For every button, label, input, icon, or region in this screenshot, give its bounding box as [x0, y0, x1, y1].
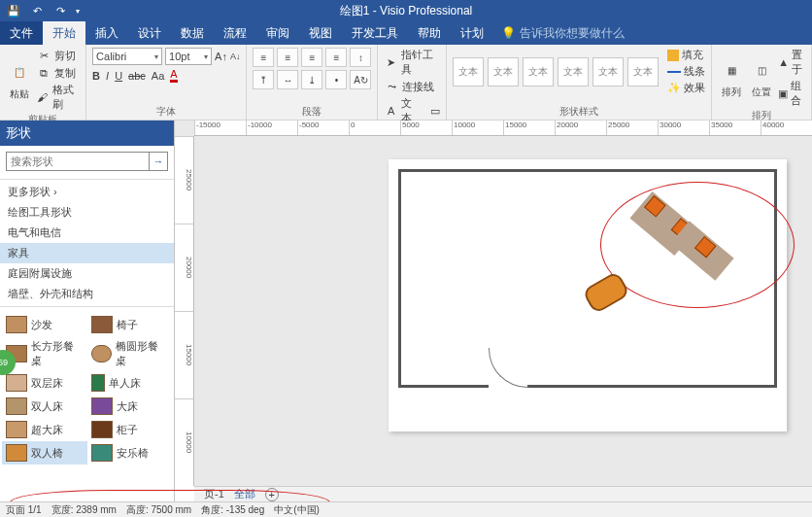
shape-king-bed[interactable]: 大床 — [87, 395, 173, 418]
double-bed-icon — [6, 397, 27, 415]
tab-plan[interactable]: 计划 — [451, 21, 493, 45]
save-icon[interactable]: 💾 — [6, 3, 21, 18]
bring-front-button[interactable]: ▲置于 — [778, 48, 805, 77]
shape-armchair[interactable]: 安乐椅 — [87, 441, 173, 465]
tab-design[interactable]: 设计 — [128, 21, 171, 45]
case-button[interactable]: Aa — [152, 70, 164, 82]
line-button[interactable]: 线条 — [667, 64, 705, 79]
tell-me-search[interactable]: 💡 告诉我你想要做什么 — [501, 21, 625, 45]
cabinet-icon — [91, 421, 113, 438]
cut-button[interactable]: ✂剪切 — [36, 48, 80, 63]
paste-button[interactable]: 📋 粘贴 — [6, 58, 33, 101]
shape-loveseat[interactable]: 双人椅 — [2, 441, 87, 465]
shape-double-bed[interactable]: 双人床 — [2, 395, 87, 418]
status-language[interactable]: 中文(中国) — [274, 503, 320, 517]
shape-cabinet[interactable]: 柜子 — [87, 418, 173, 441]
shape-bunk-bed[interactable]: 双层床 — [2, 371, 87, 395]
italic-button[interactable]: I — [106, 70, 109, 82]
cat-electrical[interactable]: 电气和电信 — [0, 223, 174, 243]
grow-font-icon[interactable]: A↑ — [215, 51, 227, 62]
quick-access-toolbar: 💾 ↶ ↷ ▾ — [0, 3, 80, 18]
align-button[interactable]: ▦排列 — [718, 56, 745, 99]
group-icon: ▣ — [778, 87, 788, 100]
pointer-tool-button[interactable]: ➤指针工具 — [384, 48, 440, 77]
canvas-area[interactable]: -15000-10000-500005000100001500020000250… — [175, 121, 812, 486]
door-shape[interactable] — [489, 385, 527, 388]
group-button[interactable]: ▣组合 — [778, 79, 805, 108]
page-tab-1[interactable]: 页-1 — [204, 487, 224, 501]
tab-devtools[interactable]: 开发工具 — [342, 21, 408, 45]
shapes-search-input[interactable] — [6, 152, 150, 171]
align-middle-icon[interactable]: ↔ — [277, 70, 298, 89]
style-preset-3[interactable]: 文本 — [523, 57, 554, 86]
tab-review[interactable]: 审阅 — [256, 21, 299, 45]
drawing-page[interactable] — [389, 159, 787, 431]
single-bed-icon — [91, 374, 105, 392]
cat-drawing-tools[interactable]: 绘图工具形状 — [0, 202, 174, 223]
format-painter-button[interactable]: 🖌格式刷 — [36, 83, 80, 112]
style-preset-4[interactable]: 文本 — [558, 57, 589, 86]
effects-button[interactable]: ✨效果 — [667, 81, 705, 95]
page-tab-bar: 页-1 全部 + — [194, 486, 812, 501]
tab-help[interactable]: 帮助 — [408, 21, 451, 45]
shrink-font-icon[interactable]: A↓ — [230, 52, 241, 61]
align-center-icon[interactable]: ≡ — [277, 48, 298, 67]
font-name-dropdown[interactable]: Calibri▾ — [92, 48, 162, 65]
style-preset-2[interactable]: 文本 — [488, 57, 519, 86]
shape-oval-table[interactable]: 椭圆形餐桌 — [87, 336, 173, 371]
tab-process[interactable]: 流程 — [214, 21, 256, 45]
tab-file[interactable]: 文件 — [0, 21, 43, 45]
redo-icon[interactable]: ↷ — [52, 3, 68, 18]
font-size-dropdown[interactable]: 10pt▾ — [165, 48, 212, 65]
cat-more-shapes[interactable]: 更多形状 › — [0, 182, 174, 202]
rotate-text-icon[interactable]: A↻ — [350, 70, 371, 89]
cat-walls[interactable]: 墙壁、外壳和结构 — [0, 284, 174, 304]
underline-button[interactable]: U — [115, 70, 122, 82]
font-color-button[interactable]: A — [170, 68, 177, 83]
undo-icon[interactable]: ↶ — [29, 3, 45, 18]
king-bed-icon — [91, 397, 113, 415]
status-page[interactable]: 页面 1/1 — [6, 503, 42, 517]
loveseat-icon — [6, 444, 27, 462]
page-tab-all[interactable]: 全部 — [234, 487, 255, 501]
style-preset-5[interactable]: 文本 — [592, 57, 624, 86]
tab-data[interactable]: 数据 — [171, 21, 214, 45]
qat-dropdown-icon[interactable]: ▾ — [76, 7, 80, 16]
fill-button[interactable]: 填充 — [667, 48, 703, 62]
tool-square-icon[interactable]: ▭ — [430, 105, 440, 118]
group-arrange: ▦排列 ◫位置 ▲置于 ▣组合 排列 — [712, 45, 812, 120]
position-button[interactable]: ◫位置 — [748, 56, 775, 99]
align-top-icon[interactable]: ⤒ — [253, 70, 274, 89]
xl-bed-icon — [6, 421, 27, 438]
shape-single-bed[interactable]: 单人床 — [87, 371, 173, 395]
search-go-button[interactable]: → — [150, 152, 168, 171]
style-preset-6[interactable]: 文本 — [627, 57, 659, 86]
vertical-ruler: 25000200001500010000 — [175, 136, 194, 486]
group-styles-label: 形状样式 — [559, 104, 598, 119]
align-right-icon[interactable]: ≡ — [301, 48, 322, 67]
scissors-icon: ✂ — [36, 48, 51, 63]
strike-button[interactable]: abc — [128, 70, 146, 82]
cat-furniture[interactable]: 家具 — [0, 243, 174, 263]
chair-icon — [91, 316, 113, 333]
tab-home[interactable]: 开始 — [43, 21, 85, 45]
align-bottom-icon[interactable]: ⤓ — [301, 70, 322, 89]
justify-icon[interactable]: ≡ — [325, 48, 347, 67]
cat-garden[interactable]: 庭园附属设施 — [0, 263, 174, 284]
bullets-icon[interactable]: • — [325, 70, 347, 89]
connector-tool-button[interactable]: ⤳连接线 — [384, 79, 434, 94]
shape-chair[interactable]: 椅子 — [87, 313, 173, 336]
tab-insert[interactable]: 插入 — [85, 21, 128, 45]
lightbulb-icon: 💡 — [501, 26, 516, 40]
shape-xl-bed[interactable]: 超大床 — [2, 418, 87, 441]
copy-button[interactable]: ⧉复制 — [36, 65, 80, 81]
room-outline[interactable] — [398, 169, 777, 388]
bold-button[interactable]: B — [92, 70, 100, 82]
new-page-button[interactable]: + — [265, 488, 279, 501]
align-left-icon[interactable]: ≡ — [253, 48, 274, 67]
spacing-icon[interactable]: ↕ — [350, 48, 371, 67]
copy-icon: ⧉ — [36, 65, 51, 81]
tab-view[interactable]: 视图 — [299, 21, 342, 45]
style-preset-1[interactable]: 文本 — [453, 57, 484, 86]
shape-sofa[interactable]: 沙发 — [2, 313, 87, 336]
